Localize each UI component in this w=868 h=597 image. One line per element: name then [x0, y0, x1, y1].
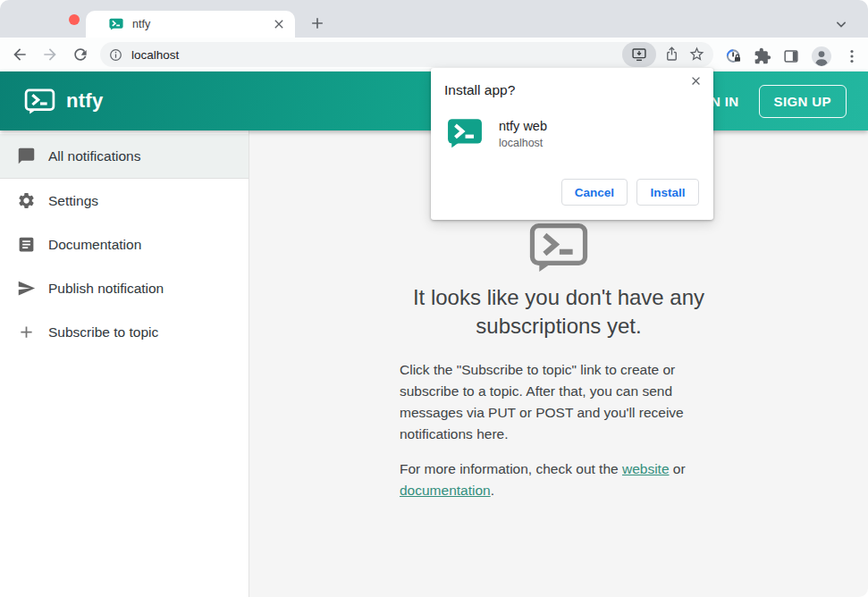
- article-icon: [17, 235, 36, 254]
- dialog-actions: Cancel Install: [561, 179, 699, 206]
- sidebar-item-label: All notifications: [48, 148, 140, 164]
- sidebar-item-settings[interactable]: Settings: [0, 179, 249, 223]
- sidebar-item-subscribe-to-topic[interactable]: Subscribe to topic: [0, 310, 249, 354]
- share-icon[interactable]: [663, 46, 681, 63]
- brand-title: ntfy: [66, 89, 104, 113]
- site-info-icon[interactable]: [108, 47, 123, 63]
- chat-icon: [17, 147, 36, 165]
- new-tab-button[interactable]: [308, 14, 326, 32]
- tab-strip: ntfy: [0, 0, 868, 38]
- website-link[interactable]: website: [622, 461, 670, 476]
- sidebar: All notifications Settings Documentation…: [0, 130, 249, 597]
- side-panel-icon[interactable]: [782, 47, 800, 65]
- tab-title: ntfy: [132, 18, 272, 30]
- sign-up-button[interactable]: SIGN UP: [759, 85, 847, 118]
- back-icon[interactable]: [11, 46, 29, 63]
- sidebar-item-label: Documentation: [48, 237, 141, 253]
- dialog-title: Install app?: [444, 82, 515, 98]
- install-app-dialog: Install app? ntfy web localhost Cancel I…: [431, 68, 713, 220]
- close-window-button[interactable]: [69, 14, 80, 25]
- send-icon: [17, 279, 36, 298]
- toolbar-right-cluster: [725, 46, 861, 67]
- dialog-app-origin: localhost: [499, 137, 547, 149]
- browser-menu-icon[interactable]: [843, 47, 861, 65]
- privacy-extension-icon[interactable]: [725, 47, 743, 65]
- dialog-app-name: ntfy web: [499, 119, 547, 133]
- ntfy-logo-icon: [24, 88, 55, 114]
- ntfy-favicon-icon: [109, 17, 123, 31]
- dialog-app-meta: ntfy web localhost: [499, 118, 547, 149]
- sidebar-item-label: Publish notification: [48, 281, 164, 297]
- extensions-puzzle-icon[interactable]: [754, 47, 771, 65]
- browser-window: ntfy: [0, 0, 868, 597]
- info-text: For more information, check out the: [400, 461, 622, 476]
- forward-icon[interactable]: [41, 46, 59, 63]
- empty-state-paragraph: Click the "Subscribe to topic" link to c…: [400, 359, 718, 445]
- install-app-icon[interactable]: [622, 42, 656, 67]
- sidebar-item-documentation[interactable]: Documentation: [0, 223, 249, 266]
- reload-icon[interactable]: [72, 46, 89, 63]
- address-bar[interactable]: localhost: [100, 42, 713, 67]
- plus-icon: [17, 323, 36, 341]
- sidebar-item-publish-notification[interactable]: Publish notification: [0, 266, 249, 310]
- browser-tab[interactable]: ntfy: [86, 11, 295, 38]
- empty-state-info: For more information, check out the webs…: [400, 458, 718, 501]
- bookmark-star-icon[interactable]: [688, 46, 706, 63]
- tab-search-chevron-icon[interactable]: [832, 15, 850, 33]
- dialog-body: ntfy web localhost: [447, 118, 547, 149]
- sidebar-item-label: Settings: [48, 193, 98, 209]
- gear-icon: [17, 191, 36, 210]
- empty-state-heading: It looks like you don't have any subscri…: [349, 283, 769, 341]
- ntfy-app-icon: [447, 118, 483, 148]
- ntfy-empty-state-logo-icon: [529, 223, 588, 273]
- sidebar-item-all-notifications[interactable]: All notifications: [0, 134, 249, 179]
- tab-close-icon[interactable]: [272, 17, 286, 31]
- url-text[interactable]: localhost: [131, 48, 622, 62]
- documentation-link[interactable]: documentation: [400, 483, 491, 498]
- info-text: .: [491, 483, 494, 498]
- install-button[interactable]: Install: [636, 179, 699, 206]
- sidebar-item-label: Subscribe to topic: [48, 324, 158, 341]
- cancel-button[interactable]: Cancel: [561, 179, 628, 206]
- dialog-close-icon[interactable]: [689, 74, 703, 88]
- profile-avatar[interactable]: [811, 46, 832, 67]
- info-text: or: [670, 461, 686, 476]
